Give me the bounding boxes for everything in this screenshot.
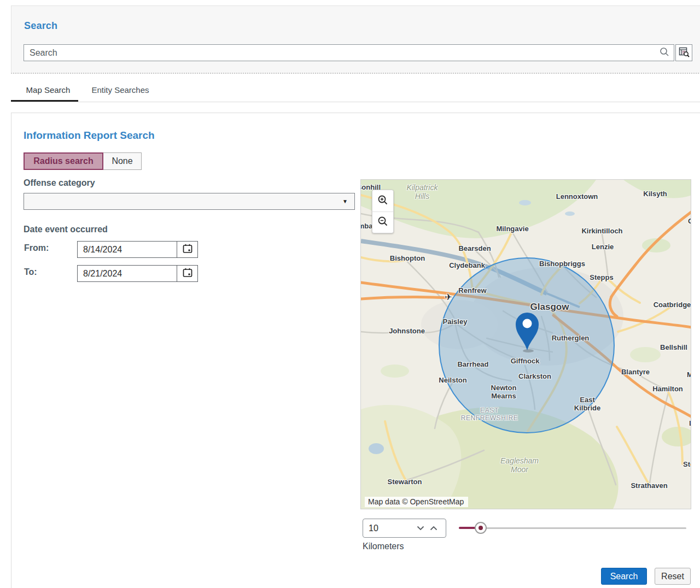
- radius-value-input[interactable]: [369, 524, 414, 533]
- map-label: Kilsyth: [643, 190, 667, 198]
- to-date-input[interactable]: [78, 266, 177, 281]
- to-label: To:: [24, 267, 37, 277]
- from-date-input[interactable]: [78, 242, 177, 257]
- map-label: Larkhall: [689, 420, 691, 428]
- table-search-icon: [679, 46, 690, 59]
- report-search-title: Information Report Search: [24, 130, 155, 142]
- chevron-down-icon: [417, 524, 424, 532]
- radius-increase-button[interactable]: [427, 523, 440, 533]
- map-labels: BonhillKilpatrick HillsLennoxtownKilsyth…: [361, 180, 691, 509]
- map-label: Clydebank: [449, 262, 485, 270]
- map-label: Bishopton: [390, 255, 425, 263]
- tab-bar: Map Search Entity Searches: [11, 82, 700, 102]
- map-search-panel: Information Report Search Radius search …: [11, 113, 700, 588]
- map-label: Lenzie: [592, 243, 614, 251]
- map-label: Bellshill: [660, 344, 687, 352]
- tab-entity-searches[interactable]: Entity Searches: [88, 85, 153, 95]
- map-canvas[interactable]: BonhillKilpatrick HillsLennoxtownKilsyth…: [360, 179, 691, 509]
- map-label: Rutherglen: [552, 334, 590, 343]
- map-label: Stepps: [590, 274, 613, 282]
- map-attribution-link[interactable]: Map data © OpenStreetMap: [365, 497, 468, 507]
- map-label: EAST RENFREWSHIRE: [461, 407, 518, 422]
- map-label: Coatbridge: [654, 301, 691, 309]
- search-icon: [659, 46, 670, 59]
- search-button[interactable]: Search: [601, 568, 647, 585]
- from-calendar-button[interactable]: [177, 242, 197, 257]
- radius-value-box: [363, 519, 446, 538]
- map-label: Hamilton: [652, 385, 683, 393]
- offense-category-select[interactable]: ▼: [24, 193, 355, 210]
- zoom-out-button[interactable]: [372, 212, 393, 233]
- map-label: East Kilbride: [574, 396, 600, 413]
- search-input-wrap: [24, 44, 674, 61]
- tab-map-search[interactable]: Map Search: [18, 85, 78, 95]
- zoom-in-button[interactable]: [372, 190, 393, 212]
- map-label: Stewarton: [388, 478, 422, 486]
- map-label: Kirkintilloch: [581, 227, 622, 236]
- map-label: Strathaven: [631, 482, 667, 490]
- map-label: Barrhead: [457, 361, 488, 369]
- map-label: Clarkston: [518, 373, 551, 381]
- search-card: Search: [11, 5, 700, 74]
- active-tab-underline: [11, 100, 78, 102]
- map-label: Renfrew: [458, 287, 486, 295]
- map-label: Paisley: [443, 318, 468, 326]
- calendar-icon: [182, 267, 193, 280]
- map-label: Glasgow: [530, 302, 569, 313]
- search-card-title: Search: [24, 20, 57, 32]
- map-label: Milngavie: [496, 225, 528, 233]
- radius-decrease-button[interactable]: [414, 523, 427, 533]
- zoom-out-icon: [377, 215, 389, 229]
- map-label: Neilston: [439, 377, 466, 385]
- search-input[interactable]: [24, 48, 655, 58]
- from-date-field: [77, 241, 198, 258]
- map-label: Giffnock: [511, 357, 540, 366]
- none-toggle[interactable]: None: [103, 152, 142, 170]
- chevron-down-icon: ▼: [342, 198, 348, 204]
- zoom-in-icon: [377, 194, 389, 208]
- chevron-up-icon: [430, 524, 438, 532]
- radius-search-toggle[interactable]: Radius search: [24, 152, 103, 170]
- radius-unit-label: Kilometers: [363, 542, 404, 551]
- calendar-icon: [182, 243, 193, 256]
- search-submit-button[interactable]: [655, 45, 674, 61]
- map-label: Lennoxtown: [556, 193, 598, 201]
- map-label: Motherwell: [687, 371, 691, 379]
- map-label: Kilpatrick Hills: [407, 183, 438, 201]
- map-label: Blantyre: [621, 368, 650, 377]
- map-label: Bearsden: [458, 245, 491, 253]
- reset-button[interactable]: Reset: [655, 568, 691, 585]
- slider-thumb-dot: [479, 526, 483, 530]
- date-section-label: Date event occurred: [24, 225, 108, 234]
- map-label: Bishopbriggs: [539, 260, 585, 268]
- search-mode-toggle: Radius search None: [24, 152, 142, 170]
- map-label: ✈: [445, 292, 452, 302]
- map-label: Cumbernauld: [688, 217, 691, 226]
- map-label: Stonehouse: [683, 461, 691, 469]
- radius-slider[interactable]: [459, 520, 686, 536]
- map-label: Eaglesham Moor: [500, 456, 539, 474]
- map-label: Johnstone: [389, 327, 425, 336]
- from-label: From:: [24, 243, 49, 253]
- slider-thumb[interactable]: [475, 522, 487, 534]
- offense-category-label: Offense category: [24, 178, 95, 188]
- advanced-search-button[interactable]: [675, 44, 692, 61]
- slider-track[interactable]: [459, 527, 686, 529]
- to-calendar-button[interactable]: [177, 266, 197, 281]
- to-date-field: [77, 265, 198, 282]
- map-zoom-control: [372, 190, 394, 233]
- map-label: Newton Mearns: [491, 384, 517, 401]
